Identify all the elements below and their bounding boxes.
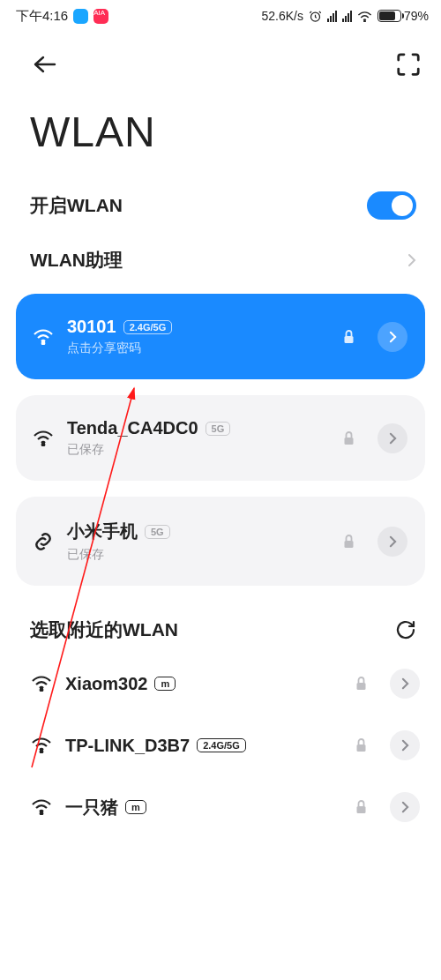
back-button[interactable] <box>32 55 58 74</box>
nearby-network-row[interactable]: TP-LINK_D3B7 2.4G/5G <box>0 714 441 776</box>
wifi-icon <box>32 430 55 446</box>
network-details-button[interactable] <box>377 322 407 352</box>
svg-point-1 <box>364 20 365 21</box>
lock-icon <box>342 329 365 345</box>
network-speed: 52.6K/s <box>261 9 303 23</box>
wifi-icon <box>30 737 53 753</box>
wlan-toggle-switch[interactable] <box>367 191 416 220</box>
refresh-button[interactable] <box>395 619 416 640</box>
network-subtitle: 点击分享密码 <box>67 340 330 356</box>
wifi-icon <box>30 799 53 815</box>
wlan-toggle-row[interactable]: 开启WLAN <box>0 177 441 234</box>
network-name: 30101 <box>67 317 116 337</box>
network-subtitle: 已保存 <box>67 442 330 458</box>
svg-rect-8 <box>357 683 366 690</box>
band-badge: 5G <box>206 422 231 436</box>
running-app-icon-2: AIA <box>93 9 108 24</box>
nearby-section-title: 选取附近的WLAN <box>30 617 178 642</box>
page-title: WLAN <box>0 85 441 177</box>
nearby-network-row[interactable]: Xiaom302 m <box>0 653 441 714</box>
svg-rect-6 <box>345 541 354 548</box>
band-badge: 2.4G/5G <box>123 320 173 334</box>
svg-point-7 <box>41 689 43 692</box>
wifi-icon <box>30 676 53 692</box>
link-icon <box>32 532 55 551</box>
lock-icon <box>342 430 365 446</box>
scan-qr-button[interactable] <box>395 51 422 78</box>
signal-sim2-icon <box>342 11 352 22</box>
network-details-button[interactable] <box>377 527 407 557</box>
wlan-assistant-row[interactable]: WLAN助理 <box>0 234 441 287</box>
alarm-icon <box>309 10 322 23</box>
network-card[interactable]: 小米手机 5G 已保存 <box>16 497 425 586</box>
svg-rect-5 <box>345 438 354 445</box>
network-name: TP-LINK_D3B7 <box>65 736 190 756</box>
network-name: 小米手机 <box>67 520 138 543</box>
svg-point-11 <box>41 812 43 815</box>
band-badge: 2.4G/5G <box>197 738 246 752</box>
wlan-assistant-label: WLAN助理 <box>30 248 123 273</box>
svg-rect-12 <box>357 806 366 813</box>
svg-rect-3 <box>345 336 354 343</box>
network-name: Tenda_CA4DC0 <box>67 418 198 438</box>
network-card[interactable]: Tenda_CA4DC0 5G 已保存 <box>16 395 425 481</box>
network-subtitle: 已保存 <box>67 547 330 563</box>
chevron-right-icon <box>407 253 416 267</box>
lock-icon <box>355 676 377 692</box>
signal-sim1-icon <box>327 11 337 22</box>
lock-icon <box>342 534 365 550</box>
network-name: 一只猪 <box>65 796 118 819</box>
wifi-icon <box>32 329 55 345</box>
svg-point-4 <box>42 443 45 445</box>
band-badge: m <box>125 800 146 814</box>
band-badge: 5G <box>145 525 170 539</box>
network-details-button[interactable] <box>390 669 420 699</box>
status-bar: 下午4:16 AIA 52.6K/s 79% <box>0 0 441 32</box>
nearby-network-row[interactable]: 一只猪 m <box>0 776 441 838</box>
battery-icon: 79% <box>377 9 429 23</box>
wifi-status-icon <box>357 11 372 22</box>
network-card-connected[interactable]: 30101 2.4G/5G 点击分享密码 <box>16 294 425 379</box>
lock-icon <box>355 737 377 753</box>
saved-networks: 30101 2.4G/5G 点击分享密码 Tenda_CA4DC0 5G 已保存 <box>0 287 441 586</box>
network-details-button[interactable] <box>377 423 407 453</box>
band-badge: m <box>154 677 176 691</box>
wlan-toggle-label: 开启WLAN <box>30 193 123 218</box>
network-details-button[interactable] <box>390 792 420 822</box>
svg-point-2 <box>42 341 45 344</box>
running-app-icon-1 <box>73 9 88 24</box>
svg-rect-10 <box>357 744 366 752</box>
svg-point-9 <box>41 751 43 753</box>
lock-icon <box>355 799 377 815</box>
nearby-networks-list: Xiaom302 m TP-LINK_D3B7 2.4G/5G 一只猪 <box>0 653 441 838</box>
status-time: 下午4:16 <box>16 8 68 25</box>
network-details-button[interactable] <box>390 730 420 760</box>
network-name: Xiaom302 <box>65 674 147 694</box>
